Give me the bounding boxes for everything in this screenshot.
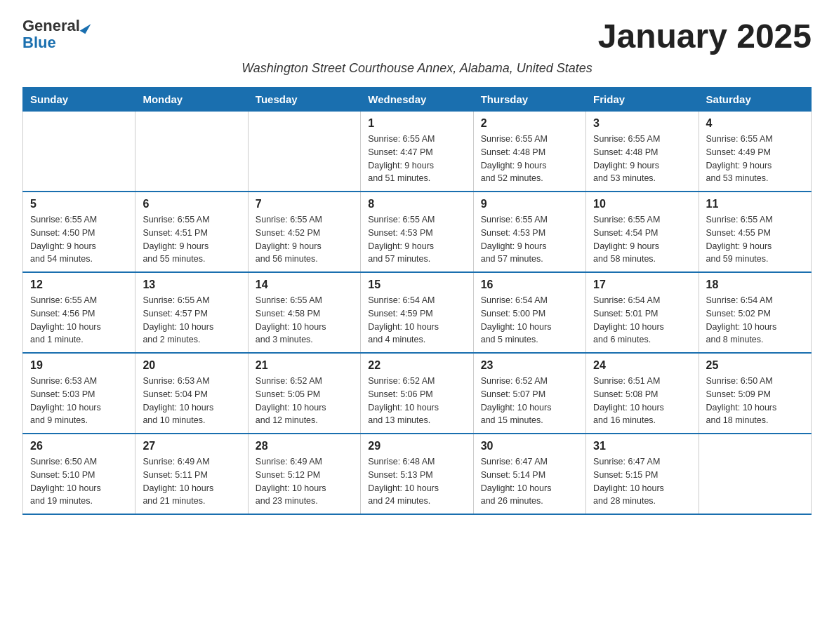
day-number: 26 <box>30 440 128 452</box>
calendar-week-4: 19Sunrise: 6:53 AM Sunset: 5:03 PM Dayli… <box>23 353 812 434</box>
day-number: 30 <box>481 440 578 452</box>
calendar-cell <box>23 112 135 192</box>
logo-triangle-icon <box>80 20 91 33</box>
day-number: 4 <box>706 117 804 130</box>
calendar-week-3: 12Sunrise: 6:55 AM Sunset: 4:56 PM Dayli… <box>23 272 812 353</box>
calendar-cell: 6Sunrise: 6:55 AM Sunset: 4:51 PM Daylig… <box>135 192 248 272</box>
calendar-cell: 2Sunrise: 6:55 AM Sunset: 4:48 PM Daylig… <box>473 112 585 192</box>
calendar-cell: 24Sunrise: 6:51 AM Sunset: 5:08 PM Dayli… <box>586 353 699 434</box>
day-of-week-thursday: Thursday <box>473 88 585 112</box>
page-header: General Blue January 2025 <box>22 17 812 55</box>
day-number: 14 <box>256 279 353 291</box>
calendar-week-5: 26Sunrise: 6:50 AM Sunset: 5:10 PM Dayli… <box>23 434 812 514</box>
day-number: 12 <box>30 279 128 291</box>
day-number: 23 <box>481 359 578 372</box>
calendar-week-1: 1Sunrise: 6:55 AM Sunset: 4:47 PM Daylig… <box>23 112 812 192</box>
day-info: Sunrise: 6:55 AM Sunset: 4:49 PM Dayligh… <box>706 133 804 185</box>
page-subtitle: Washington Street Courthouse Annex, Alab… <box>22 61 812 76</box>
day-info: Sunrise: 6:54 AM Sunset: 4:59 PM Dayligh… <box>368 294 465 347</box>
calendar-cell <box>248 112 360 192</box>
day-info: Sunrise: 6:55 AM Sunset: 4:51 PM Dayligh… <box>143 213 240 266</box>
day-info: Sunrise: 6:53 AM Sunset: 5:04 PM Dayligh… <box>143 375 240 427</box>
day-number: 29 <box>368 440 465 452</box>
day-of-week-monday: Monday <box>135 88 248 112</box>
day-info: Sunrise: 6:55 AM Sunset: 4:48 PM Dayligh… <box>481 133 578 185</box>
day-number: 21 <box>256 359 353 372</box>
day-number: 15 <box>368 279 465 291</box>
day-info: Sunrise: 6:50 AM Sunset: 5:09 PM Dayligh… <box>706 375 804 427</box>
calendar-cell: 10Sunrise: 6:55 AM Sunset: 4:54 PM Dayli… <box>586 192 699 272</box>
logo: General Blue <box>22 17 88 52</box>
day-number: 24 <box>593 359 691 372</box>
day-info: Sunrise: 6:52 AM Sunset: 5:07 PM Dayligh… <box>481 375 578 427</box>
day-info: Sunrise: 6:55 AM Sunset: 4:58 PM Dayligh… <box>256 294 353 347</box>
day-number: 11 <box>706 198 804 210</box>
calendar-table: SundayMondayTuesdayWednesdayThursdayFrid… <box>22 87 812 515</box>
day-info: Sunrise: 6:54 AM Sunset: 5:00 PM Dayligh… <box>481 294 578 347</box>
days-of-week-row: SundayMondayTuesdayWednesdayThursdayFrid… <box>23 88 812 112</box>
calendar-cell: 25Sunrise: 6:50 AM Sunset: 5:09 PM Dayli… <box>699 353 811 434</box>
calendar-cell: 5Sunrise: 6:55 AM Sunset: 4:50 PM Daylig… <box>23 192 135 272</box>
calendar-cell: 23Sunrise: 6:52 AM Sunset: 5:07 PM Dayli… <box>473 353 585 434</box>
calendar-cell: 31Sunrise: 6:47 AM Sunset: 5:15 PM Dayli… <box>586 434 699 514</box>
day-info: Sunrise: 6:50 AM Sunset: 5:10 PM Dayligh… <box>30 455 128 508</box>
day-info: Sunrise: 6:52 AM Sunset: 5:06 PM Dayligh… <box>368 375 465 427</box>
calendar-cell: 7Sunrise: 6:55 AM Sunset: 4:52 PM Daylig… <box>248 192 360 272</box>
logo-general-text: General <box>22 17 80 35</box>
logo-blue-text: Blue <box>22 34 88 52</box>
day-of-week-saturday: Saturday <box>699 88 811 112</box>
day-number: 22 <box>368 359 465 372</box>
calendar-cell: 17Sunrise: 6:54 AM Sunset: 5:01 PM Dayli… <box>586 272 699 353</box>
day-info: Sunrise: 6:48 AM Sunset: 5:13 PM Dayligh… <box>368 455 465 508</box>
page-title: January 2025 <box>598 17 812 55</box>
day-info: Sunrise: 6:55 AM Sunset: 4:47 PM Dayligh… <box>368 133 465 185</box>
day-number: 7 <box>256 198 353 210</box>
calendar-cell: 28Sunrise: 6:49 AM Sunset: 5:12 PM Dayli… <box>248 434 360 514</box>
day-number: 25 <box>706 359 804 372</box>
day-info: Sunrise: 6:55 AM Sunset: 4:54 PM Dayligh… <box>593 213 691 266</box>
day-number: 31 <box>593 440 691 452</box>
calendar-header: SundayMondayTuesdayWednesdayThursdayFrid… <box>23 88 812 112</box>
day-number: 9 <box>481 198 578 210</box>
calendar-cell: 22Sunrise: 6:52 AM Sunset: 5:06 PM Dayli… <box>361 353 473 434</box>
day-number: 2 <box>481 117 578 130</box>
calendar-cell: 27Sunrise: 6:49 AM Sunset: 5:11 PM Dayli… <box>135 434 248 514</box>
calendar-cell <box>135 112 248 192</box>
calendar-cell: 20Sunrise: 6:53 AM Sunset: 5:04 PM Dayli… <box>135 353 248 434</box>
day-number: 16 <box>481 279 578 291</box>
day-info: Sunrise: 6:55 AM Sunset: 4:57 PM Dayligh… <box>143 294 240 347</box>
day-of-week-friday: Friday <box>586 88 699 112</box>
calendar-cell: 3Sunrise: 6:55 AM Sunset: 4:48 PM Daylig… <box>586 112 699 192</box>
calendar-cell: 14Sunrise: 6:55 AM Sunset: 4:58 PM Dayli… <box>248 272 360 353</box>
day-of-week-sunday: Sunday <box>23 88 135 112</box>
calendar-cell: 15Sunrise: 6:54 AM Sunset: 4:59 PM Dayli… <box>361 272 473 353</box>
day-info: Sunrise: 6:55 AM Sunset: 4:53 PM Dayligh… <box>481 213 578 266</box>
day-info: Sunrise: 6:47 AM Sunset: 5:14 PM Dayligh… <box>481 455 578 508</box>
calendar-cell: 26Sunrise: 6:50 AM Sunset: 5:10 PM Dayli… <box>23 434 135 514</box>
day-info: Sunrise: 6:55 AM Sunset: 4:55 PM Dayligh… <box>706 213 804 266</box>
day-number: 8 <box>368 198 465 210</box>
day-number: 3 <box>593 117 691 130</box>
day-info: Sunrise: 6:54 AM Sunset: 5:02 PM Dayligh… <box>706 294 804 347</box>
day-info: Sunrise: 6:55 AM Sunset: 4:48 PM Dayligh… <box>593 133 691 185</box>
day-info: Sunrise: 6:49 AM Sunset: 5:11 PM Dayligh… <box>143 455 240 508</box>
calendar-body: 1Sunrise: 6:55 AM Sunset: 4:47 PM Daylig… <box>23 112 812 515</box>
day-info: Sunrise: 6:55 AM Sunset: 4:53 PM Dayligh… <box>368 213 465 266</box>
day-info: Sunrise: 6:55 AM Sunset: 4:56 PM Dayligh… <box>30 294 128 347</box>
calendar-cell: 18Sunrise: 6:54 AM Sunset: 5:02 PM Dayli… <box>699 272 811 353</box>
day-info: Sunrise: 6:49 AM Sunset: 5:12 PM Dayligh… <box>256 455 353 508</box>
day-number: 19 <box>30 359 128 372</box>
calendar-cell: 16Sunrise: 6:54 AM Sunset: 5:00 PM Dayli… <box>473 272 585 353</box>
calendar-cell: 4Sunrise: 6:55 AM Sunset: 4:49 PM Daylig… <box>699 112 811 192</box>
day-number: 5 <box>30 198 128 210</box>
day-info: Sunrise: 6:52 AM Sunset: 5:05 PM Dayligh… <box>256 375 353 427</box>
calendar-cell: 9Sunrise: 6:55 AM Sunset: 4:53 PM Daylig… <box>473 192 585 272</box>
calendar-cell: 21Sunrise: 6:52 AM Sunset: 5:05 PM Dayli… <box>248 353 360 434</box>
day-number: 13 <box>143 279 240 291</box>
day-info: Sunrise: 6:54 AM Sunset: 5:01 PM Dayligh… <box>593 294 691 347</box>
calendar-cell: 29Sunrise: 6:48 AM Sunset: 5:13 PM Dayli… <box>361 434 473 514</box>
day-number: 1 <box>368 117 465 130</box>
day-of-week-tuesday: Tuesday <box>248 88 360 112</box>
day-number: 10 <box>593 198 691 210</box>
calendar-cell: 13Sunrise: 6:55 AM Sunset: 4:57 PM Dayli… <box>135 272 248 353</box>
